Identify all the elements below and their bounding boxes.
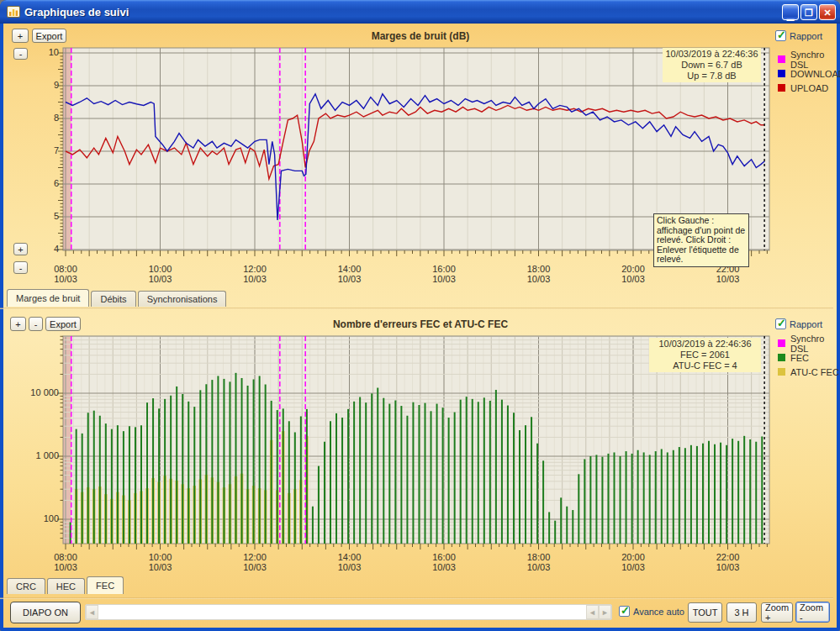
y-tick-label: 1 000 — [12, 450, 59, 460]
x-tick-time-label: 08:00 — [47, 552, 84, 562]
x-tick-time-label: 12:00 — [236, 552, 273, 562]
y-tick-label: 7 — [25, 145, 59, 155]
avance-auto-checkbox[interactable]: ✓ Avance auto — [619, 606, 684, 617]
diapo-on-button[interactable]: DIAPO ON — [10, 602, 81, 623]
legend-item: ATU-C FEC — [778, 365, 840, 379]
x-tick-time-label: 10:00 — [142, 264, 179, 274]
scrollbar-thumb[interactable] — [98, 605, 586, 619]
x-tick-date-label: 10/03 — [710, 562, 747, 572]
x-tick-date-label: 10/03 — [331, 562, 368, 572]
top-chart-tabs: Marges de bruitDébitsSynchronisations — [7, 289, 228, 307]
title-bar[interactable]: Graphiques de suivi ▁ ❐ ✕ — [0, 0, 840, 24]
y-tick-label: 9 — [25, 80, 59, 90]
x-tick-date-label: 10/03 — [425, 274, 462, 284]
synchro-dsl-swatch-icon — [778, 55, 785, 63]
x-tick-time-label: 16:00 — [425, 552, 462, 562]
x-tick-date-label: 10/03 — [47, 274, 84, 284]
bottom-chart-title: Nombre d'erreurs FEC et ATU-C FEC — [252, 318, 589, 330]
legend-item: DOWNLOAD — [778, 66, 840, 81]
top-chart-cursor-readout: 10/03/2019 à 22:46:36 Down = 6.7 dB Up =… — [663, 48, 761, 82]
legend-label: Synchro DSL — [790, 334, 840, 354]
tout-button[interactable]: TOUT — [688, 602, 722, 623]
tab-fec[interactable]: FEC — [87, 576, 124, 594]
x-tick-date-label: 10/03 — [520, 274, 557, 284]
tab-d-bits[interactable]: Débits — [91, 291, 135, 307]
close-button[interactable]: ✕ — [819, 4, 836, 20]
top-chart-title: Marges de bruit (dB) — [252, 30, 589, 42]
legend-item: Synchro DSL — [778, 336, 840, 350]
legend-label: FEC — [790, 353, 809, 363]
x-tick-time-label: 08:00 — [47, 264, 84, 274]
x-tick-time-label: 22:00 — [710, 552, 747, 562]
x-tick-time-label: 16:00 — [425, 264, 462, 274]
tab-marges-de-bruit[interactable]: Marges de bruit — [7, 289, 89, 307]
top-chart-zoom-in-button[interactable]: + — [12, 29, 29, 43]
x-tick-date-label: 10/03 — [615, 562, 652, 572]
3h-button[interactable]: 3 H — [726, 602, 757, 623]
y-tick-label: 100 — [12, 513, 59, 523]
legend-item: UPLOAD — [778, 81, 840, 95]
x-tick-date-label: 10/03 — [142, 274, 179, 284]
bottom-chart-export-button[interactable]: Export — [45, 317, 81, 331]
check-icon: ✓ — [777, 317, 786, 329]
section-divider — [0, 308, 833, 309]
bottom-chart-zoom-out-button[interactable]: - — [29, 317, 43, 331]
maximize-button[interactable]: ❐ — [800, 4, 817, 20]
x-tick-date-label: 10/03 — [425, 562, 462, 572]
app-window: Graphiques de suivi ▁ ❐ ✕ + Export - + -… — [0, 0, 840, 631]
legend-label: ATU-C FEC — [790, 367, 839, 377]
y-tick-label: 4 — [25, 244, 59, 254]
window-title: Graphiques de suivi — [24, 6, 129, 18]
checkbox-box[interactable]: ✓ — [775, 318, 786, 329]
chart-help-tooltip: Click Gauche : affichage d'un point de r… — [653, 213, 749, 267]
top-chart-pan-down-button[interactable]: - — [13, 261, 28, 274]
x-tick-time-label: 12:00 — [236, 264, 273, 274]
y-tick-label: 10 — [25, 47, 59, 57]
legend-label: DOWNLOAD — [790, 69, 840, 79]
top-chart-legend: Synchro DSLDOWNLOADUPLOAD — [778, 52, 840, 95]
x-tick-date-label: 10/03 — [710, 274, 747, 284]
zoom-plus-button[interactable]: Zoom + — [761, 602, 793, 623]
x-tick-time-label: 18:00 — [520, 264, 557, 274]
x-tick-date-label: 10/03 — [236, 274, 273, 284]
x-tick-date-label: 10/03 — [47, 562, 84, 572]
x-tick-time-label: 20:00 — [615, 264, 652, 274]
bottom-rapport-checkbox[interactable]: ✓ Rapport — [775, 318, 822, 329]
tab-crc[interactable]: CRC — [7, 578, 45, 594]
synchro-dsl-swatch-icon — [778, 339, 785, 347]
y-tick-label: 5 — [25, 211, 59, 221]
top-chart-export-button[interactable]: Export — [32, 29, 66, 43]
bottom-chart-tabs: CRCHECFEC — [7, 576, 125, 594]
legend-label: Synchro DSL — [790, 50, 840, 70]
bottom-chart-zoom-in-button[interactable]: + — [10, 317, 26, 331]
y-tick-label: 6 — [25, 178, 59, 188]
legend-label: UPLOAD — [790, 83, 828, 93]
checkbox-box[interactable]: ✓ — [619, 606, 630, 617]
y-tick-label: 8 — [25, 113, 59, 123]
timeline-scrollbar[interactable]: ◄ ◄ ► — [85, 604, 612, 620]
tab-hec[interactable]: HEC — [47, 578, 85, 594]
x-tick-date-label: 10/03 — [615, 274, 652, 284]
scroll-left-icon[interactable]: ◄ — [86, 605, 98, 619]
y-tick-label: 10 000 — [12, 387, 59, 397]
download-swatch-icon — [778, 70, 785, 77]
scroll-right-icon[interactable]: ► — [599, 605, 611, 619]
scroll-left2-icon[interactable]: ◄ — [586, 605, 599, 619]
minimize-button[interactable]: ▁ — [782, 4, 799, 20]
zoom-minus-button[interactable]: Zoom - — [795, 602, 830, 623]
x-tick-time-label: 18:00 — [520, 552, 557, 562]
check-icon: ✓ — [621, 604, 630, 617]
tab-synchronisations[interactable]: Synchronisations — [138, 291, 227, 307]
bottom-chart-cursor-readout: 10/03/2019 à 22:46:36 FEC = 2061 ATU-C F… — [649, 338, 761, 372]
x-tick-date-label: 10/03 — [331, 274, 368, 284]
x-tick-date-label: 10/03 — [142, 562, 179, 572]
legend-item: Synchro DSL — [778, 52, 840, 66]
checkbox-box[interactable]: ✓ — [775, 30, 786, 41]
top-rapport-checkbox[interactable]: ✓ Rapport — [775, 30, 822, 41]
footer-divider — [0, 597, 833, 599]
x-tick-date-label: 10/03 — [520, 562, 557, 572]
app-icon — [7, 5, 20, 18]
x-tick-time-label: 14:00 — [331, 552, 368, 562]
check-icon: ✓ — [777, 29, 786, 41]
x-tick-time-label: 20:00 — [615, 552, 652, 562]
